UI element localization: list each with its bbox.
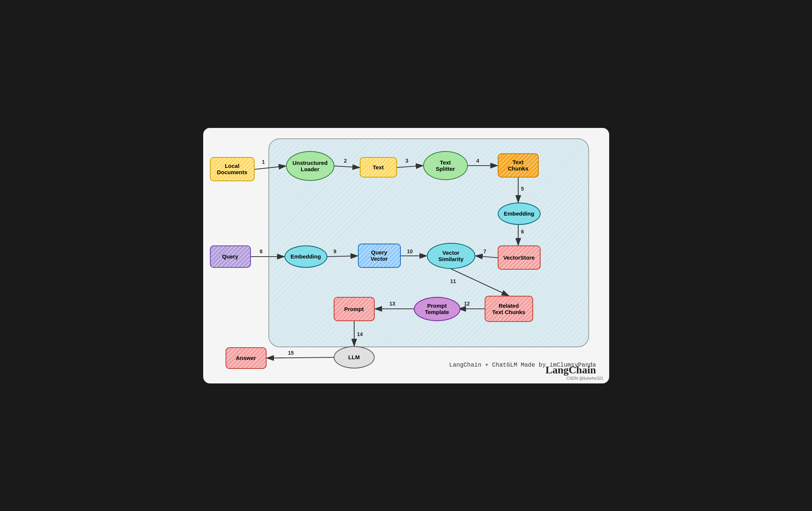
- arrow-label-2: 2: [344, 158, 347, 164]
- local-documents-node: Local Documents: [210, 157, 255, 181]
- unstructured-loader-node: Unstructured Loader: [286, 151, 334, 181]
- arrow-label-1: 1: [262, 159, 265, 165]
- arrow-label-10: 10: [407, 248, 413, 254]
- arrow-label-11: 11: [450, 278, 456, 284]
- vector-similarity-node: Vector Similarity: [427, 243, 475, 269]
- answer-node: Answer: [226, 347, 267, 369]
- arrow-label-13: 13: [390, 301, 396, 307]
- credit-text: LangChain + ChatGLM Made by imClumsyPand…: [449, 362, 596, 369]
- embedding-bottom-node: Embedding: [284, 245, 327, 268]
- arrow-label-5: 5: [521, 186, 524, 192]
- arrow-label-4: 4: [476, 158, 479, 164]
- outer-frame: 1 2 3 4 5 6 7 8 9 10 11 12 13 14 15 Loca…: [203, 128, 609, 383]
- related-text-chunks-node: Related Text Chunks: [485, 296, 533, 322]
- arrow-label-15: 15: [288, 350, 294, 356]
- llm-node: LLM: [334, 346, 375, 369]
- arrow-label-12: 12: [464, 301, 470, 307]
- prompt-template-node: Prompt Template: [414, 297, 460, 321]
- embedding-top-node: Embedding: [498, 203, 541, 225]
- query-node: Query: [210, 245, 251, 268]
- arrow-label-9: 9: [334, 248, 337, 254]
- query-vector-node: Query Vector: [358, 244, 401, 268]
- arrow-label-3: 3: [406, 158, 409, 164]
- vector-store-node: VectorStore: [498, 245, 541, 270]
- text-chunks-node: Text Chunks: [498, 153, 539, 178]
- arrow-label-14: 14: [357, 331, 363, 337]
- watermark: CSDN @liuhehe321: [566, 376, 603, 380]
- prompt-node: Prompt: [334, 297, 375, 321]
- text-node: Text: [360, 157, 397, 178]
- arrow-label-6: 6: [521, 229, 524, 235]
- svg-line-15: [267, 357, 334, 358]
- arrow-label-8: 8: [260, 248, 263, 254]
- arrow-label-7: 7: [484, 248, 487, 254]
- text-splitter-node: Text Splitter: [423, 151, 468, 180]
